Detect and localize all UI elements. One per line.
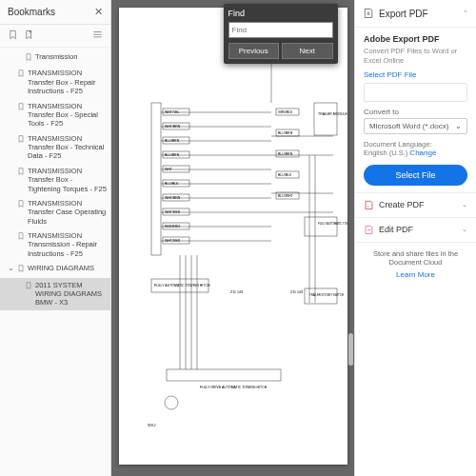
bookmark-label: WIRING DIAGRAMS	[28, 264, 94, 272]
bookmark-list[interactable]: TransmissionTRANSMISSION Transfer Box - …	[0, 48, 110, 476]
bookmark-tool-icon[interactable]	[8, 30, 18, 42]
learn-more-link[interactable]: Learn More	[364, 270, 467, 280]
document-viewport[interactable]: HOT W/ TERMINAL 30B RELAY ENERGIZED FUSE…	[111, 0, 354, 476]
bookmark-item[interactable]: ⌄WIRING DIAGRAMS	[0, 261, 110, 277]
find-bar: Find Previous Next	[224, 4, 338, 64]
svg-text:+: +	[367, 205, 368, 208]
svg-rect-0	[93, 31, 101, 32]
close-icon[interactable]: ✕	[94, 6, 103, 18]
export-section: Adobe Export PDF Convert PDF Files to Wo…	[355, 28, 476, 192]
chevron-down-icon: ⌄	[462, 201, 467, 208]
find-previous-button[interactable]: Previous	[228, 43, 280, 59]
svg-text:GRN/BLK: GRN/BLK	[278, 110, 293, 114]
svg-text:BLU/BRN: BLU/BRN	[165, 153, 180, 157]
svg-text:RED/BRN: RED/BRN	[165, 225, 180, 228]
sidebar-header: Bookmarks ✕	[0, 0, 110, 25]
doclang-label: Document Language:	[364, 140, 432, 149]
svg-text:WHT/RED: WHT/RED	[165, 239, 181, 243]
bookmark-label: 2011 SYSTEM WIRING DIAGRAMS BMW - X3	[35, 281, 107, 307]
svg-rect-59	[167, 369, 281, 381]
edit-pdf-icon	[364, 225, 374, 235]
bookmark-icon	[17, 232, 25, 242]
bookmark-item[interactable]: TRANSMISSION Transfer Case Operating Flu…	[0, 196, 110, 228]
svg-rect-10	[151, 103, 161, 255]
svg-text:959.2: 959.2	[148, 424, 156, 427]
bookmark-item[interactable]: Transmission	[0, 50, 110, 66]
adobe-export-title: Adobe Export PDF	[364, 34, 467, 44]
svg-text:TRAILER MODULE: TRAILER MODULE	[318, 112, 347, 116]
create-pdf-row[interactable]: + Create PDF ⌄	[355, 192, 476, 217]
select-file-button[interactable]: Select File	[364, 165, 467, 186]
export-pdf-label: Export PDF	[379, 9, 428, 19]
svg-point-61	[165, 396, 178, 409]
bookmark-icon	[17, 168, 25, 177]
bookmark-icon	[17, 69, 25, 79]
svg-text:WHT/BRN: WHT/BRN	[165, 125, 181, 129]
tools-panel: Export PDF ⌃ Adobe Export PDF Convert PD…	[354, 0, 476, 476]
chevron-down-icon: ⌄	[462, 226, 467, 233]
export-pdf-header[interactable]: Export PDF ⌃	[355, 0, 476, 28]
scrollbar-thumb[interactable]	[348, 333, 353, 366]
edit-pdf-row[interactable]: Edit PDF ⌄	[355, 217, 476, 242]
adobe-export-subtitle: Convert PDF Files to Word or Excel Onlin…	[364, 47, 467, 66]
svg-text:BLU/BLK: BLU/BLK	[278, 173, 292, 177]
bookmark-item[interactable]: TRANSMISSION Transfer Box - Technical Da…	[0, 131, 110, 164]
cloud-promo: Store and share files in the Document Cl…	[355, 242, 476, 288]
bookmark-label: TRANSMISSION Transfer Box - Special Tool…	[28, 102, 107, 129]
format-select[interactable]: Microsoft Word (*.docx) ⌄	[364, 118, 467, 134]
caret-icon[interactable]: ⌄	[8, 264, 14, 272]
find-input[interactable]	[228, 22, 333, 38]
svg-text:WHT: WHT	[165, 168, 173, 171]
bookmark-label: Transmission	[35, 52, 77, 61]
bookmark-icon	[25, 53, 32, 63]
bookmark-icon	[17, 200, 25, 209]
pdf-page: HOT W/ TERMINAL 30B RELAY ENERGIZED FUSE…	[119, 8, 347, 465]
chevron-down-icon: ⌄	[455, 122, 462, 130]
svg-text:BLU/BLK: BLU/BLK	[165, 182, 179, 186]
bookmark-icon	[17, 265, 25, 274]
bookmark-item[interactable]: TRANSMISSION Transfer Box - Repair Instr…	[0, 66, 110, 98]
bookmark-item[interactable]: 2011 SYSTEM WIRING DIAGRAMS BMW - X3	[0, 278, 110, 310]
sidebar-toolbar	[0, 25, 110, 48]
bookmark-label: TRANSMISSION Transfer Box - Repair Instr…	[28, 69, 107, 95]
bookmark-icon	[17, 103, 25, 112]
bookmark-icon	[25, 282, 32, 291]
svg-rect-51	[314, 103, 337, 135]
bookmark-icon	[17, 135, 25, 145]
svg-rect-1	[93, 34, 101, 35]
convert-to-label: Convert to	[364, 108, 467, 116]
svg-text:FULLY AUTOMATIC TOWING HITCH S: FULLY AUTOMATIC TOWING HITCH SWITCH	[318, 222, 347, 226]
bookmark-item[interactable]: TRANSMISSION Transmission - Repair Instr…	[0, 228, 110, 261]
svg-text:TRAILER SOCKET SWITCH: TRAILER SOCKET SWITCH	[309, 293, 344, 297]
sidebar-title: Bookmarks	[8, 7, 55, 17]
find-next-button[interactable]: Next	[282, 43, 333, 59]
bookmark-label: TRANSMISSION Transfer Box - Technical Da…	[28, 134, 107, 161]
edit-pdf-label: Edit PDF	[379, 225, 413, 234]
new-bookmark-icon[interactable]	[24, 30, 34, 42]
bookmarks-panel: Bookmarks ✕ TransmissionTRANSMISSION Tra…	[0, 0, 111, 476]
svg-text:BLU/BRN: BLU/BRN	[165, 139, 180, 143]
bookmark-label: TRANSMISSION Transfer Box - Tightening T…	[28, 167, 107, 193]
svg-text:BLU/WHT: BLU/WHT	[278, 194, 294, 198]
wiring-diagram: HOT W/ TERMINAL 30B RELAY ENERGIZED FUSE…	[119, 8, 347, 465]
options-icon[interactable]	[92, 30, 103, 42]
svg-text:FULLY AUTOMATIC TOWING HITCH: FULLY AUTOMATIC TOWING HITCH	[154, 284, 210, 288]
svg-text:FULLY DRIVE AUTOMATIC TOWING H: FULLY DRIVE AUTOMATIC TOWING HITCH	[200, 386, 268, 389]
svg-text:BLU/BRN: BLU/BRN	[278, 131, 293, 135]
bookmark-label: TRANSMISSION Transmission - Repair Instr…	[28, 231, 107, 258]
bookmark-item[interactable]: TRANSMISSION Transfer Box - Tightening T…	[0, 164, 110, 196]
bookmark-label: TRANSMISSION Transfer Case Operating Flu…	[28, 199, 107, 226]
select-pdf-link[interactable]: Select PDF File	[364, 70, 467, 79]
export-icon	[363, 8, 374, 19]
selected-file-box[interactable]	[364, 83, 467, 102]
svg-text:WHT/YEL: WHT/YEL	[165, 110, 180, 114]
doclang-value: English (U.S.)	[364, 149, 407, 157]
svg-text:Z11 143: Z11 143	[230, 290, 243, 294]
change-lang-link[interactable]: Change	[409, 149, 436, 157]
svg-text:Z11 143: Z11 143	[290, 290, 303, 294]
create-pdf-icon: +	[364, 200, 374, 210]
format-value: Microsoft Word (*.docx)	[369, 122, 448, 130]
bookmark-item[interactable]: TRANSMISSION Transfer Box - Special Tool…	[0, 99, 110, 131]
svg-text:WHT/RED: WHT/RED	[165, 210, 181, 214]
find-title: Find	[228, 9, 333, 18]
